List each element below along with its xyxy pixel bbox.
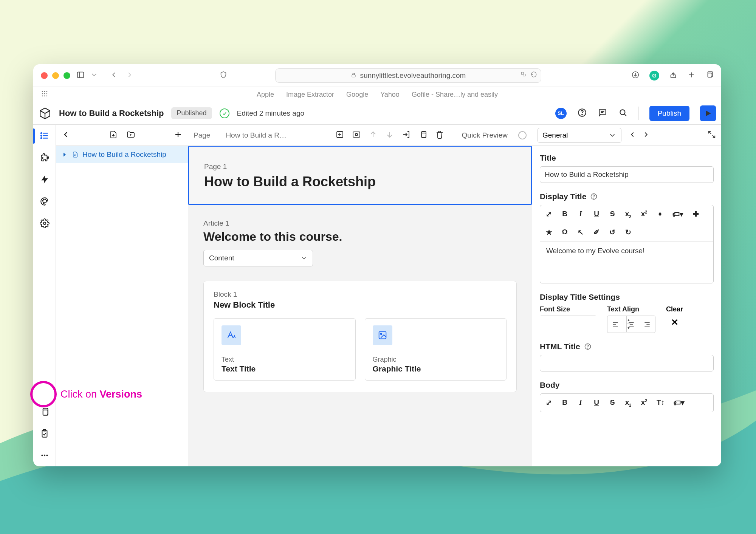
add-page-icon[interactable]	[109, 130, 118, 141]
window-maximize-button[interactable]	[64, 72, 70, 79]
inspector-next-button[interactable]	[642, 130, 650, 140]
align-right-button[interactable]	[639, 316, 655, 333]
bookmark-link[interactable]: Apple	[257, 91, 274, 99]
window-minimize-button[interactable]	[52, 72, 59, 79]
rte-undo-button[interactable]: ↺	[609, 228, 616, 237]
rte-tag-button[interactable]: 🏷︎▾	[672, 210, 683, 219]
rte-underline-button[interactable]: U	[593, 210, 600, 219]
rte-superscript-button[interactable]: x2	[641, 210, 648, 219]
tabs-overview-icon[interactable]	[705, 71, 714, 80]
inspector-prev-button[interactable]	[628, 130, 637, 140]
app-logo-icon[interactable]	[39, 107, 51, 120]
privacy-shield-icon[interactable]	[219, 71, 228, 80]
rte-expand-icon[interactable]: ⤢	[545, 210, 552, 219]
move-up-icon[interactable]	[369, 130, 378, 141]
comments-icon[interactable]	[598, 108, 607, 119]
html-title-label: HTML Title	[540, 342, 580, 351]
help-icon[interactable]	[584, 343, 592, 350]
breadcrumb-value[interactable]: How to Build a R…	[226, 131, 287, 139]
html-title-input[interactable]	[540, 355, 714, 371]
svg-marker-28	[706, 110, 711, 116]
rte-fontsize-button[interactable]: T↕	[657, 398, 665, 407]
clear-button[interactable]: ✕	[671, 317, 679, 328]
bookmark-link[interactable]: Yahoo	[380, 91, 400, 99]
title-input[interactable]	[540, 166, 714, 183]
move-down-icon[interactable]	[385, 130, 394, 141]
block-title: New Block Title	[214, 300, 507, 310]
article-content-dropdown[interactable]: Content	[203, 250, 313, 266]
rte-bold-button[interactable]: B	[561, 210, 568, 219]
new-tab-icon[interactable]	[687, 71, 696, 80]
user-avatar[interactable]: SL	[555, 108, 567, 119]
rte-superscript-button[interactable]: x2	[641, 398, 648, 407]
sidebar-toggle-icon[interactable]	[76, 71, 85, 80]
add-folder-icon[interactable]	[126, 130, 135, 141]
rail-logic-icon[interactable]	[39, 174, 50, 185]
grammarly-icon[interactable]: G	[649, 71, 659, 80]
rail-more-icon[interactable]	[39, 450, 50, 461]
window-close-button[interactable]	[41, 72, 48, 79]
rte-omega-button[interactable]: Ω	[561, 228, 568, 237]
publish-button[interactable]: Publish	[649, 106, 689, 121]
inspector-section-select[interactable]: General	[538, 128, 621, 143]
svg-line-67	[709, 131, 711, 133]
help-icon[interactable]	[577, 108, 587, 119]
align-center-button[interactable]	[623, 316, 639, 333]
nav-forward-button[interactable]	[125, 71, 134, 80]
translate-icon[interactable]	[521, 71, 527, 80]
rail-versions-icon[interactable]	[39, 406, 50, 417]
rte-subscript-button[interactable]: x2	[625, 210, 632, 219]
rte-italic-button[interactable]: I	[577, 210, 584, 219]
rte-cursor-button[interactable]: ↖	[577, 228, 584, 237]
move-into-icon[interactable]	[402, 130, 411, 141]
chevron-down-icon[interactable]	[90, 71, 98, 80]
add-to-page-icon[interactable]	[335, 130, 344, 141]
nav-back-button[interactable]	[110, 71, 118, 80]
rail-theme-icon[interactable]	[39, 196, 50, 207]
rte-color-button[interactable]: ♦	[657, 210, 663, 219]
align-left-button[interactable]	[607, 316, 623, 333]
font-size-input[interactable]: ▲▼	[540, 316, 596, 332]
rail-extensions-icon[interactable]	[39, 152, 50, 163]
tree-back-button[interactable]	[61, 130, 70, 141]
reload-icon[interactable]	[530, 71, 537, 80]
tree-item-course[interactable]: How to Build a Rocketship	[56, 146, 188, 163]
apps-grid-icon[interactable]	[41, 90, 48, 99]
rte-subscript-button[interactable]: x2	[625, 398, 632, 407]
bookmark-link[interactable]: Gofile - Share…ly and easily	[412, 91, 498, 99]
inspector-expand-icon[interactable]	[708, 130, 716, 140]
rail-outline-icon[interactable]	[39, 130, 50, 141]
rte-clear-button[interactable]: ✐	[593, 228, 600, 237]
rte-bold-button[interactable]: B	[561, 398, 568, 407]
rte-add-button[interactable]: ✚	[692, 210, 699, 219]
preview-eye-icon[interactable]	[352, 130, 361, 141]
rte-expand-icon[interactable]: ⤢	[545, 398, 552, 407]
rte-star-button[interactable]: ★	[545, 228, 552, 237]
rte-tag-button[interactable]: 🏷︎▾	[674, 398, 685, 407]
rte-underline-button[interactable]: U	[593, 398, 600, 407]
bookmark-link[interactable]: Image Extractor	[286, 91, 334, 99]
svg-point-18	[44, 95, 45, 96]
component-text[interactable]: Text Text Title	[214, 318, 356, 381]
search-icon[interactable]	[618, 108, 628, 119]
rail-review-icon[interactable]	[39, 428, 50, 439]
rail-settings-icon[interactable]	[39, 218, 50, 229]
page-header-card[interactable]: Page 1 How to Build a Rocketship	[188, 146, 532, 205]
bookmark-link[interactable]: Google	[346, 91, 368, 99]
rte-strike-button[interactable]: S	[609, 398, 616, 407]
rte-redo-button[interactable]: ↻	[625, 228, 632, 237]
rte-textarea[interactable]: Welcome to my Evolve course!	[540, 241, 713, 283]
rte-italic-button[interactable]: I	[577, 398, 584, 407]
share-icon[interactable]	[669, 71, 677, 80]
add-item-button[interactable]	[174, 130, 183, 141]
delete-icon[interactable]	[435, 130, 444, 141]
url-bar[interactable]: sunnylittlest.evolveauthoring.com	[275, 68, 541, 83]
duplicate-icon[interactable]	[418, 130, 428, 141]
component-graphic[interactable]: Graphic Graphic Title	[365, 318, 507, 381]
preview-play-button[interactable]	[700, 105, 716, 121]
help-icon[interactable]	[590, 193, 598, 200]
rte-strike-button[interactable]: S	[609, 210, 616, 219]
block-card[interactable]: Block 1 New Block Title Text Text Title …	[203, 281, 517, 392]
downloads-icon[interactable]	[631, 71, 640, 80]
quick-preview-toggle[interactable]	[518, 131, 527, 139]
